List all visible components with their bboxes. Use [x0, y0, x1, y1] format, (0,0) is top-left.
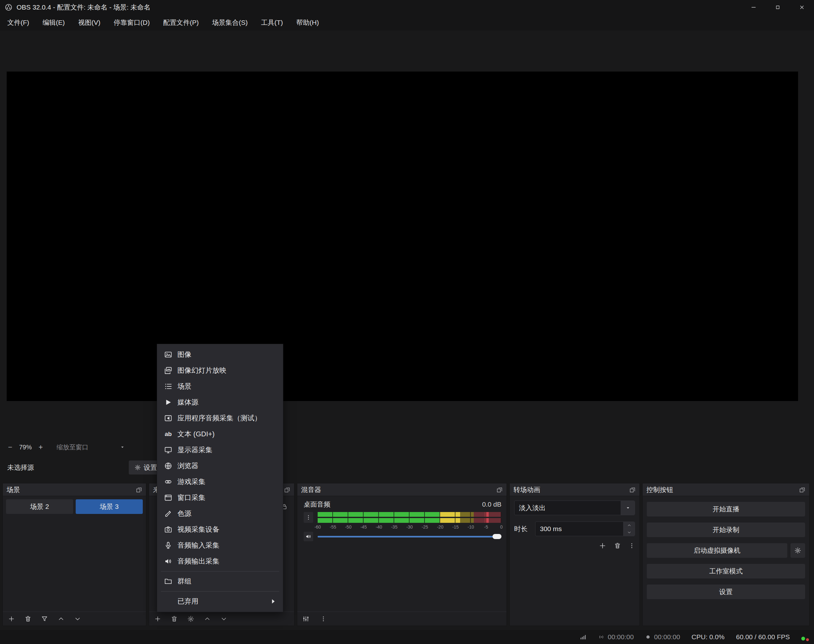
- submenu-arrow-icon: [269, 597, 277, 606]
- mute-button[interactable]: [304, 532, 313, 541]
- volume-slider-handle[interactable]: [492, 534, 501, 539]
- display-icon: [164, 446, 172, 454]
- add-source-menu-item[interactable]: 视频采集设备: [157, 521, 283, 537]
- add-source-menu-item[interactable]: ab文本 (GDI+): [157, 426, 283, 442]
- add-source-menu-item[interactable]: 游戏采集: [157, 474, 283, 490]
- controls-dock-header: 控制按钮: [642, 483, 809, 496]
- add-scene-button[interactable]: [8, 615, 15, 623]
- controls-dock-title: 控制按钮: [647, 485, 673, 494]
- move-source-down-button[interactable]: [220, 615, 227, 623]
- remove-source-button[interactable]: [171, 615, 178, 623]
- move-source-up-button[interactable]: [204, 615, 211, 623]
- stream-time: 00:00:00: [608, 633, 634, 641]
- menubar-item-2[interactable]: 编辑(E): [36, 15, 72, 31]
- red-status-dot: [806, 638, 809, 641]
- camera-icon: [164, 525, 172, 534]
- popout-icon[interactable]: [496, 486, 503, 493]
- add-source-menu-item[interactable]: 色源: [157, 506, 283, 521]
- add-source-menu-item[interactable]: 图像幻灯片放映: [157, 363, 283, 379]
- menubar-item-5[interactable]: 配置文件(P): [156, 15, 205, 31]
- add-source-menu-item[interactable]: 应用程序音频采集（测试）: [157, 410, 283, 426]
- duration-decrease-button[interactable]: [624, 529, 635, 536]
- image-icon: [164, 350, 172, 359]
- dots-vertical-icon: [305, 515, 311, 520]
- maximize-button[interactable]: [766, 0, 790, 15]
- minimize-button[interactable]: [742, 0, 766, 15]
- start-recording-button[interactable]: 开始录制: [647, 523, 805, 537]
- add-source-menu-item[interactable]: 浏览器: [157, 458, 283, 474]
- transition-menu-button[interactable]: [629, 543, 635, 549]
- record-time: 00:00:00: [654, 633, 680, 641]
- source-settings-button[interactable]: [187, 615, 194, 623]
- scene-item-2[interactable]: 场景 3: [76, 499, 143, 514]
- menu-item-label: 浏览器: [178, 461, 198, 471]
- meter-scale: -60-55-50-45-40-35-30-25-20-15-10-50: [318, 524, 501, 531]
- popout-icon[interactable]: [284, 486, 290, 493]
- zoom-in-button[interactable]: +: [36, 443, 45, 452]
- menubar-item-3[interactable]: 视图(V): [72, 15, 107, 31]
- stream-time-group: 00:00:00: [598, 633, 634, 641]
- add-source-menu-item[interactable]: 场景: [157, 379, 283, 394]
- zoom-out-button[interactable]: −: [6, 443, 15, 452]
- media-icon: [164, 398, 172, 406]
- volume-row: [304, 532, 501, 541]
- preview-canvas[interactable]: [7, 72, 798, 401]
- add-source-menu-item[interactable]: 已弃用: [157, 593, 283, 609]
- duration-label: 时长: [514, 524, 531, 533]
- volume-slider[interactable]: [318, 532, 501, 541]
- settings-button[interactable]: 设置: [647, 584, 805, 599]
- duration-spinbox[interactable]: 300 ms: [535, 521, 635, 536]
- move-scene-up-button[interactable]: [58, 615, 64, 623]
- remove-transition-button[interactable]: [614, 542, 621, 549]
- menu-item-label: 文本 (GDI+): [178, 429, 215, 439]
- menu-item-label: 群组: [178, 577, 192, 586]
- add-source-menu-item[interactable]: 音频输出采集: [157, 554, 283, 569]
- status-bar: 00:00:00 00:00:00 CPU: 0.0% 60.00 / 60.0…: [0, 630, 814, 644]
- meter-scale-tick: -60: [314, 524, 321, 529]
- popout-icon[interactable]: [799, 486, 805, 493]
- add-source-menu-item[interactable]: 窗口采集: [157, 490, 283, 506]
- close-button[interactable]: [790, 0, 814, 15]
- remove-scene-button[interactable]: [25, 615, 31, 623]
- popout-icon[interactable]: [629, 486, 636, 493]
- meter-scale-tick: -50: [345, 524, 351, 529]
- dropdown-arrow-button[interactable]: [621, 501, 635, 515]
- advanced-audio-button[interactable]: [302, 615, 310, 623]
- chevron-down-icon: [120, 445, 125, 450]
- menu-item-label: 窗口采集: [178, 493, 205, 503]
- title-bar: OBS 32.0.4 - 配置文件: 未命名 - 场景: 未命名: [0, 0, 814, 15]
- menubar-item-8[interactable]: 帮助(H): [290, 15, 326, 31]
- scene-filters-button[interactable]: [41, 615, 48, 623]
- studio-mode-button[interactable]: 工作室模式: [647, 564, 805, 578]
- start-virtual-camera-button[interactable]: 启动虚拟摄像机: [647, 543, 787, 558]
- add-transition-button[interactable]: [599, 542, 606, 549]
- add-source-menu-item[interactable]: 图像: [157, 347, 283, 363]
- add-source-menu-item[interactable]: 群组: [157, 573, 283, 589]
- mixer-menu-button[interactable]: [320, 616, 327, 622]
- add-source-menu-item[interactable]: 显示器采集: [157, 442, 283, 458]
- virtual-camera-config-button[interactable]: [791, 543, 805, 558]
- duration-row: 时长 300 ms: [514, 521, 635, 536]
- speakerwave-icon: [164, 557, 172, 566]
- menubar-item-4[interactable]: 停靠窗口(D): [107, 15, 156, 31]
- browser-icon: [164, 462, 172, 470]
- popout-icon[interactable]: [136, 486, 142, 493]
- meter-scale-tick: -40: [376, 524, 382, 529]
- transition-dropdown[interactable]: 淡入淡出: [514, 501, 635, 515]
- chevron-down-icon: [625, 505, 630, 511]
- add-source-menu-item[interactable]: 媒体源: [157, 394, 283, 410]
- menu-separator: [161, 591, 279, 592]
- scene-item-1[interactable]: 场景 2: [6, 499, 73, 514]
- zoom-mode-dropdown[interactable]: 缩放至窗口: [57, 443, 125, 452]
- add-source-menu-item[interactable]: 音频输入采集: [157, 537, 283, 554]
- menubar-item-7[interactable]: 工具(T): [254, 15, 290, 31]
- start-streaming-button[interactable]: 开始直播: [647, 502, 805, 517]
- move-scene-down-button[interactable]: [74, 615, 81, 623]
- menubar-item-1[interactable]: 文件(F): [1, 15, 36, 31]
- meter-scale-tick: -45: [360, 524, 366, 529]
- menu-item-label: 场景: [178, 382, 192, 391]
- mixer-channel-menu-button[interactable]: [304, 512, 313, 523]
- add-source-button[interactable]: [154, 615, 161, 623]
- duration-increase-button[interactable]: [624, 522, 635, 529]
- menubar-item-6[interactable]: 场景集合(S): [205, 15, 254, 31]
